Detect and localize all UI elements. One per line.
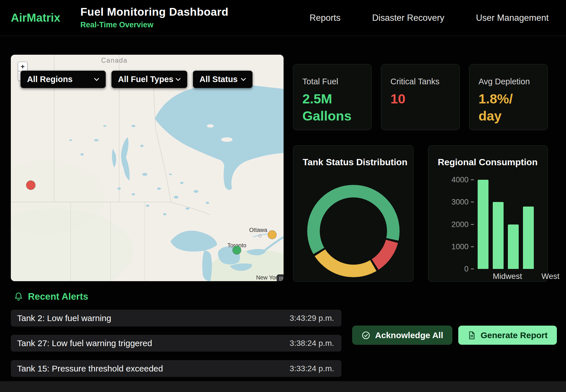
fuel-monitoring-dashboard: AirMatrix Fuel Monitoring Dashboard Real… bbox=[0, 0, 566, 392]
region-filter-select[interactable]: All Regions bbox=[21, 71, 106, 88]
donut-hole bbox=[320, 197, 387, 265]
bar-xlabel-0 bbox=[478, 272, 488, 281]
brand-logo: AirMatrix bbox=[11, 11, 60, 24]
generate-report-label: Generate Report bbox=[481, 330, 547, 340]
status-filter-select[interactable]: All Status bbox=[193, 71, 253, 88]
alert-row[interactable]: Tank 27: Low fuel warning triggered 3:38… bbox=[11, 335, 341, 352]
page-subtitle: Real-Time Overview bbox=[80, 21, 228, 29]
warning-tank-marker[interactable] bbox=[268, 230, 276, 239]
map-label-ottawa: Ottawa bbox=[249, 227, 267, 233]
title-block: Fuel Monitoring Dashboard Real-Time Over… bbox=[80, 6, 228, 29]
y-tick-1000: 1000 bbox=[436, 242, 474, 251]
stat-card-avg-depletion: Avg Depletion 1.8%/day bbox=[469, 64, 548, 130]
stat-card-critical-tanks: Critical Tanks 10 bbox=[381, 64, 460, 130]
stat-card-total-fuel: Total Fuel 2.5MGallons bbox=[293, 64, 372, 130]
alert-text: Tank 15: Pressure threshold exceeded bbox=[17, 364, 163, 373]
nav-item-user-management[interactable]: User Management bbox=[476, 13, 549, 23]
map-resize-grip[interactable] bbox=[277, 274, 284, 281]
stat-label: Critical Tanks bbox=[390, 77, 450, 86]
stat-value: 10 bbox=[390, 90, 450, 107]
chevron-down-icon bbox=[176, 78, 181, 81]
stat-value: 1.8%/day bbox=[479, 90, 538, 124]
tank-status-distribution-card: Tank Status Distribution bbox=[293, 145, 414, 282]
grip-dots-icon bbox=[278, 276, 284, 281]
chart-title: Regional Consumption bbox=[438, 157, 538, 168]
normal-tank-marker[interactable] bbox=[233, 246, 241, 254]
y-tick-3000: 3000 bbox=[436, 198, 474, 207]
bar-xlabels: MidwestWest bbox=[478, 272, 535, 281]
bar-xlabel-2 bbox=[526, 272, 537, 281]
chevron-down-icon bbox=[94, 78, 99, 81]
chevron-down-icon bbox=[241, 78, 246, 81]
alert-time: 3:43:29 p.m. bbox=[290, 314, 334, 323]
bar-plot bbox=[478, 180, 535, 269]
nav-item-disaster-recovery[interactable]: Disaster Recovery bbox=[372, 13, 444, 23]
map-filter-bar: All Regions All Fuel Types All Status bbox=[21, 71, 253, 88]
map-zoom-in-button[interactable]: + bbox=[18, 62, 27, 71]
stat-value: 2.5MGallons bbox=[302, 90, 362, 124]
bar-xlabel-1: Midwest bbox=[493, 272, 522, 281]
stat-label: Total Fuel bbox=[302, 77, 362, 86]
alert-time: 3:38:24 p.m. bbox=[290, 339, 334, 348]
check-circle-icon bbox=[361, 331, 370, 340]
y-tick-0: 0 bbox=[436, 265, 474, 273]
bar-xlabel-3: West bbox=[541, 272, 559, 281]
main-nav: Reports Disaster Recovery User Managemen… bbox=[310, 0, 549, 36]
document-icon bbox=[467, 331, 476, 340]
alert-row[interactable]: Tank 2: Low fuel warning 3:43:29 p.m. bbox=[11, 310, 341, 326]
fuel-type-filter-value: All Fuel Types bbox=[118, 75, 173, 84]
alert-text: Tank 27: Low fuel warning triggered bbox=[17, 338, 152, 348]
status-filter-value: All Status bbox=[199, 75, 238, 84]
map-label-canada: Canada bbox=[101, 57, 128, 64]
alert-text: Tank 2: Low fuel warning bbox=[17, 313, 111, 323]
recent-alerts-heading: Recent Alerts bbox=[14, 291, 88, 302]
alert-time: 3:33:24 p.m. bbox=[290, 364, 334, 373]
region-filter-value: All Regions bbox=[27, 75, 73, 84]
bar-yaxis: 01000200030004000 bbox=[436, 180, 474, 269]
fuel-type-filter-select[interactable]: All Fuel Types bbox=[111, 71, 187, 88]
basemap: Canada Ottawa Toronto New York bbox=[11, 55, 284, 281]
map[interactable]: Canada Ottawa Toronto New York + − All R… bbox=[11, 55, 284, 281]
stat-label: Avg Depletion bbox=[479, 77, 538, 86]
footer-bar bbox=[0, 381, 566, 392]
bar-3 bbox=[523, 207, 534, 269]
y-tick-2000: 2000 bbox=[436, 220, 474, 229]
page-title: Fuel Monitoring Dashboard bbox=[80, 6, 228, 18]
critical-tank-marker[interactable] bbox=[26, 181, 35, 190]
alert-row[interactable]: Tank 15: Pressure threshold exceeded 3:3… bbox=[11, 360, 341, 377]
recent-alerts-title: Recent Alerts bbox=[28, 291, 88, 302]
bar-0 bbox=[478, 180, 488, 269]
chart-title: Tank Status Distribution bbox=[303, 157, 407, 168]
bar-1 bbox=[493, 202, 504, 269]
regional-consumption-card: Regional Consumption 01000200030004000 M… bbox=[428, 145, 548, 282]
acknowledge-all-button[interactable]: Acknowledge All bbox=[352, 326, 452, 345]
nav-item-reports[interactable]: Reports bbox=[310, 13, 341, 23]
bell-icon bbox=[14, 292, 23, 301]
header: AirMatrix Fuel Monitoring Dashboard Real… bbox=[0, 0, 566, 36]
bar-2 bbox=[508, 224, 519, 269]
y-tick-4000: 4000 bbox=[436, 175, 474, 184]
acknowledge-all-label: Acknowledge All bbox=[375, 330, 443, 340]
ottawa-city-dot bbox=[259, 235, 261, 237]
donut-chart bbox=[307, 185, 400, 277]
generate-report-button[interactable]: Generate Report bbox=[458, 326, 557, 345]
